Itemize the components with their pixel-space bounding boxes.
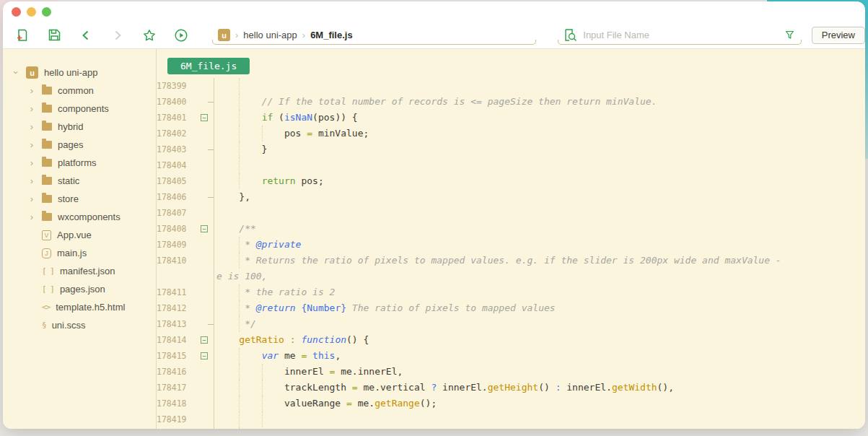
code-line[interactable]: 178403 } bbox=[157, 141, 865, 157]
code-text[interactable]: /** bbox=[214, 221, 865, 237]
tab-6m-file-js[interactable]: 6M_file.js bbox=[167, 58, 250, 74]
code-line[interactable]: 178417 trackLength = me.vertical ? inner… bbox=[157, 380, 865, 396]
save-button[interactable] bbox=[46, 27, 62, 43]
chevron-right-icon[interactable]: › bbox=[27, 193, 36, 204]
code-line[interactable]: 178404 bbox=[157, 157, 865, 173]
fold-column: − bbox=[188, 110, 214, 126]
fold-collapse-icon[interactable]: − bbox=[201, 225, 208, 232]
code-text[interactable]: }, bbox=[214, 189, 865, 205]
code-line[interactable]: 178415− var me = this, bbox=[157, 348, 865, 364]
code-line[interactable]: 178407 bbox=[157, 205, 865, 221]
code-text[interactable]: var me = this, bbox=[214, 348, 865, 364]
code-line[interactable]: 178399 bbox=[157, 78, 865, 94]
code-line[interactable]: return valueRange === 0 ? trackLength : … bbox=[157, 427, 865, 429]
folder-icon bbox=[42, 159, 52, 167]
code-text[interactable] bbox=[214, 205, 865, 221]
code-text[interactable]: e is 100, bbox=[214, 269, 865, 284]
code-text[interactable]: */ bbox=[214, 316, 865, 332]
code-line[interactable]: 178401− if (isNaN(pos)) { bbox=[157, 110, 865, 126]
tree-item-hello-uni-app[interactable]: ›uhello uni-app bbox=[3, 64, 156, 82]
tree-item-store[interactable]: ›store bbox=[3, 190, 156, 208]
chevron-right-icon[interactable]: › bbox=[27, 157, 36, 168]
fold-collapse-icon[interactable]: − bbox=[201, 114, 208, 121]
new-file-button[interactable] bbox=[14, 27, 30, 43]
chevron-right-icon[interactable]: › bbox=[27, 139, 36, 150]
tree-item-pages-json[interactable]: [ ]pages.json bbox=[3, 280, 156, 298]
code-text[interactable]: getRatio : function() { bbox=[214, 332, 865, 348]
code-text[interactable]: * @return {Number} The ratio of pixels t… bbox=[214, 300, 865, 316]
fold-column bbox=[188, 300, 214, 316]
fold-collapse-icon[interactable]: − bbox=[201, 336, 208, 344]
code-line[interactable]: 178413 */ bbox=[157, 316, 865, 332]
code-line[interactable]: 178406 }, bbox=[157, 189, 865, 205]
code-text[interactable]: * Returns the ratio of pixels to mapped … bbox=[214, 253, 865, 269]
code-line[interactable]: 178408− /** bbox=[157, 221, 865, 237]
code-text[interactable]: return valueRange === 0 ? trackLength : … bbox=[214, 427, 865, 429]
chevron-right-icon[interactable]: › bbox=[27, 85, 36, 96]
code-text[interactable] bbox=[214, 411, 865, 427]
tree-item-label: hello uni-app bbox=[44, 67, 97, 78]
breadcrumb-project[interactable]: hello uni-app bbox=[243, 30, 297, 40]
chevron-right-icon[interactable]: › bbox=[27, 175, 36, 186]
code-line[interactable]: 178400 // If the total number of records… bbox=[157, 94, 865, 110]
file-search-input[interactable] bbox=[583, 30, 763, 40]
close-window-button[interactable] bbox=[12, 7, 21, 17]
code-line[interactable]: 178416 innerEl = me.innerEl, bbox=[157, 364, 865, 380]
zoom-window-button[interactable] bbox=[42, 7, 51, 17]
code-text[interactable]: innerEl = me.innerEl, bbox=[214, 364, 865, 380]
app-window: u › hello uni-app › 6M_file.js bbox=[3, 1, 865, 429]
chevron-right-icon[interactable]: › bbox=[27, 121, 36, 132]
code-line[interactable]: 178418 valueRange = me.getRange(); bbox=[157, 396, 865, 411]
fold-collapse-icon[interactable]: − bbox=[201, 352, 208, 359]
tree-item-manifest-json[interactable]: [ ]manifest.json bbox=[3, 262, 156, 280]
breadcrumb[interactable]: u › hello uni-app › 6M_file.js bbox=[212, 25, 536, 45]
tree-item-static[interactable]: ›static bbox=[3, 172, 156, 190]
code-text[interactable] bbox=[214, 157, 865, 173]
preview-button[interactable]: Preview bbox=[812, 27, 865, 44]
code-text[interactable] bbox=[214, 78, 865, 94]
navigate-forward-button[interactable] bbox=[110, 27, 126, 43]
tree-item-main-js[interactable]: Jmain.js bbox=[3, 244, 156, 262]
code-text[interactable]: if (isNaN(pos)) { bbox=[214, 110, 865, 126]
tree-item-label: uni.scss bbox=[52, 320, 86, 331]
tree-item-hybrid[interactable]: ›hybrid bbox=[3, 118, 156, 136]
chevron-right-icon[interactable]: › bbox=[27, 212, 36, 222]
navigate-back-button[interactable] bbox=[78, 27, 94, 43]
code-line[interactable]: 178402 pos = minValue; bbox=[157, 126, 865, 141]
code-text[interactable]: return pos; bbox=[214, 173, 865, 189]
code-line[interactable]: 178414− getRatio : function() { bbox=[157, 332, 865, 348]
code-text[interactable]: * the ratio is 2 bbox=[214, 284, 865, 300]
breadcrumb-current-file[interactable]: 6M_file.js bbox=[310, 30, 353, 40]
uniapp-icon: u bbox=[26, 66, 38, 79]
code-text[interactable]: } bbox=[214, 141, 865, 157]
filter-icon[interactable] bbox=[785, 30, 794, 40]
tree-item-uni-scss[interactable]: §uni.scss bbox=[3, 316, 156, 334]
code-line[interactable]: 178410 * Returns the ratio of pixels to … bbox=[157, 253, 865, 269]
code-line[interactable]: 178409 * @private bbox=[157, 237, 865, 253]
minimize-window-button[interactable] bbox=[27, 7, 36, 17]
code-line[interactable]: e is 100, bbox=[157, 269, 865, 284]
chevron-down-icon[interactable]: › bbox=[11, 69, 22, 77]
code-line[interactable]: 178411 * the ratio is 2 bbox=[157, 284, 865, 300]
fold-column bbox=[188, 157, 214, 173]
tree-item-common[interactable]: ›common bbox=[3, 82, 156, 100]
code-text[interactable]: trackLength = me.vertical ? innerEl.getH… bbox=[214, 380, 865, 396]
code-text[interactable]: * @private bbox=[214, 237, 865, 253]
tree-item-platforms[interactable]: ›platforms bbox=[3, 154, 156, 172]
tree-item-components[interactable]: ›components bbox=[3, 100, 156, 118]
fold-column bbox=[188, 316, 214, 332]
file-search-field[interactable] bbox=[558, 25, 801, 45]
chevron-right-icon[interactable]: › bbox=[27, 103, 36, 114]
tree-item-wxcomponents[interactable]: ›wxcomponents bbox=[3, 208, 156, 226]
tree-item-app-vue[interactable]: VApp.vue bbox=[3, 226, 156, 244]
code-line[interactable]: 178405 return pos; bbox=[157, 173, 865, 189]
tree-item-template-h5-html[interactable]: <>template.h5.html bbox=[3, 298, 156, 316]
code-text[interactable]: valueRange = me.getRange(); bbox=[214, 396, 865, 411]
code-text[interactable]: // If the total number of records is <= … bbox=[214, 94, 865, 110]
bookmark-button[interactable] bbox=[141, 27, 157, 43]
tree-item-pages[interactable]: ›pages bbox=[3, 136, 156, 154]
code-line[interactable]: 178419 bbox=[157, 411, 865, 427]
code-text[interactable]: pos = minValue; bbox=[214, 126, 865, 141]
run-button[interactable] bbox=[173, 27, 189, 43]
code-line[interactable]: 178412 * @return {Number} The ratio of p… bbox=[157, 300, 865, 316]
